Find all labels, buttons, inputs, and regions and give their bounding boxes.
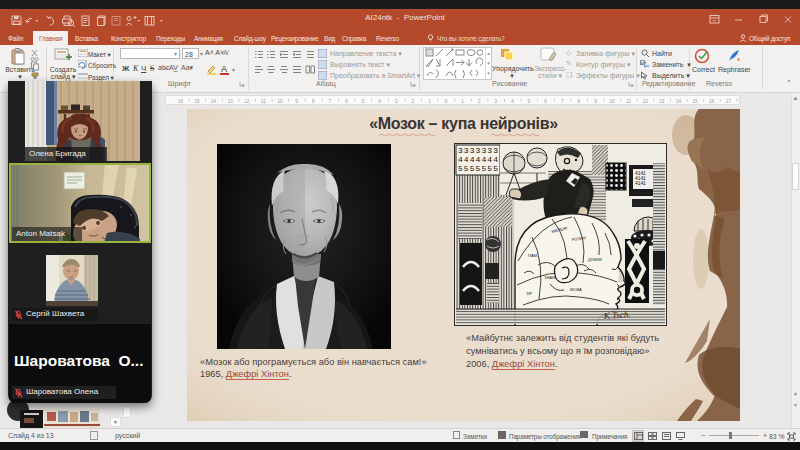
svg-text:12: 12 <box>643 99 649 104</box>
svg-text:2: 2 <box>412 99 415 104</box>
svg-text:8: 8 <box>312 99 315 104</box>
svg-text:9: 9 <box>594 99 597 104</box>
svg-text:ДУМКИ: ДУМКИ <box>588 257 602 262</box>
svg-text:7: 7 <box>329 99 332 104</box>
svg-text:7: 7 <box>561 99 564 104</box>
svg-text:5: 5 <box>528 99 531 104</box>
svg-text:▾: ▾ <box>232 67 235 73</box>
svg-text:13: 13 <box>659 99 665 104</box>
svg-text:0: 0 <box>445 99 448 104</box>
svg-text:10: 10 <box>277 99 283 104</box>
svg-text:4: 4 <box>378 99 381 104</box>
svg-text:12: 12 <box>244 99 250 104</box>
svg-text:1: 1 <box>461 99 464 104</box>
svg-text:11: 11 <box>261 99 266 104</box>
svg-text:16: 16 <box>709 99 715 104</box>
svg-text:16: 16 <box>178 99 184 104</box>
svg-text:A: A <box>221 64 227 74</box>
svg-text:5: 5 <box>362 99 365 104</box>
svg-text:2: 2 <box>478 99 481 104</box>
svg-text:8: 8 <box>578 99 581 104</box>
svg-text:ЗІР: ЗІР <box>526 291 533 296</box>
svg-text:ПАМ.: ПАМ. <box>528 253 538 258</box>
svg-text:МОВА: МОВА <box>570 287 582 292</box>
svg-text:3: 3 <box>395 99 398 104</box>
svg-text:6: 6 <box>345 99 348 104</box>
svg-text:17: 17 <box>726 99 732 104</box>
svg-text:6: 6 <box>544 99 547 104</box>
svg-text:4141: 4141 <box>635 181 646 186</box>
svg-text:1: 1 <box>428 99 431 104</box>
svg-text:9: 9 <box>295 99 298 104</box>
svg-text:11: 11 <box>626 99 631 104</box>
svg-text:10: 10 <box>609 99 615 104</box>
svg-text:15: 15 <box>194 99 200 104</box>
svg-text:K.Tsch.: K.Tsch. <box>602 309 630 321</box>
svg-text:4: 4 <box>511 99 514 104</box>
svg-text:14: 14 <box>676 99 682 104</box>
svg-text:13: 13 <box>228 99 234 104</box>
svg-text:14: 14 <box>211 99 217 104</box>
svg-text:15: 15 <box>692 99 698 104</box>
svg-text:3: 3 <box>495 99 498 104</box>
